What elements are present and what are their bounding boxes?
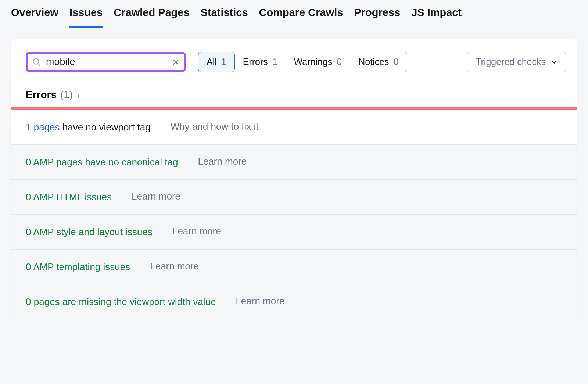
- filter-warnings-count: 0: [337, 57, 342, 67]
- tab-js-impact[interactable]: JS Impact: [411, 7, 462, 28]
- issue-row-amp-html: 0 AMP HTML issues Learn more: [11, 179, 577, 214]
- filter-errors-count: 1: [272, 57, 277, 67]
- issues-panel: All 1 Errors 1 Warnings 0 Notices 0 Trig…: [11, 39, 577, 319]
- errors-title: Errors: [26, 89, 57, 101]
- issue-row-viewport-width: 0 pages are missing the viewport width v…: [11, 284, 577, 319]
- issue-text: 0 AMP templating issues: [26, 261, 130, 273]
- toolbar: All 1 Errors 1 Warnings 0 Notices 0 Trig…: [11, 39, 577, 81]
- tab-statistics[interactable]: Statistics: [201, 7, 248, 28]
- clear-icon[interactable]: [170, 57, 181, 68]
- filter-notices[interactable]: Notices 0: [350, 52, 407, 72]
- errors-section-header: Errors (1) i: [11, 81, 577, 107]
- learn-more-link[interactable]: Learn more: [172, 226, 221, 238]
- issue-row-viewport: 1 pages have no viewport tag Why and how…: [11, 110, 577, 144]
- issue-text: 0 pages are missing the viewport width v…: [26, 296, 216, 308]
- filter-all[interactable]: All 1: [198, 52, 235, 72]
- filter-group: All 1 Errors 1 Warnings 0 Notices 0: [198, 52, 407, 72]
- learn-more-link[interactable]: Learn more: [150, 261, 199, 273]
- learn-more-link[interactable]: Learn more: [132, 191, 180, 203]
- issue-row-amp-templating: 0 AMP templating issues Learn more: [11, 249, 577, 284]
- issue-text: 0 AMP pages have no canonical tag: [26, 157, 178, 168]
- filter-warnings-label: Warnings: [294, 57, 333, 67]
- filter-notices-count: 0: [394, 57, 399, 67]
- learn-more-link[interactable]: Learn more: [236, 295, 284, 308]
- chevron-down-icon: [551, 59, 557, 65]
- triggered-label: Triggered checks: [476, 57, 546, 67]
- info-icon[interactable]: i: [77, 90, 80, 100]
- issue-text: 0 AMP HTML issues: [26, 191, 112, 203]
- filter-errors[interactable]: Errors 1: [235, 52, 286, 72]
- filter-notices-label: Notices: [358, 57, 389, 67]
- tab-progress[interactable]: Progress: [354, 7, 400, 28]
- issue-text: 0 AMP style and layout issues: [26, 226, 153, 238]
- filter-errors-label: Errors: [243, 57, 268, 67]
- errors-count: (1): [60, 89, 73, 101]
- tab-crawled-pages[interactable]: Crawled Pages: [114, 7, 189, 28]
- tab-issues[interactable]: Issues: [69, 7, 103, 28]
- filter-all-label: All: [207, 57, 217, 67]
- pages-link[interactable]: 1 pages: [26, 122, 60, 133]
- tab-compare-crawls[interactable]: Compare Crawls: [259, 7, 343, 28]
- tab-overview[interactable]: Overview: [11, 7, 58, 28]
- search-icon: [32, 57, 42, 67]
- issue-row-amp-style: 0 AMP style and layout issues Learn more: [11, 214, 577, 249]
- triggered-checks-dropdown[interactable]: Triggered checks: [467, 52, 566, 72]
- issue-row-amp-canonical: 0 AMP pages have no canonical tag Learn …: [11, 144, 577, 179]
- filter-all-count: 1: [221, 57, 226, 67]
- filter-warnings[interactable]: Warnings 0: [286, 52, 351, 72]
- nav-tabs: Overview Issues Crawled Pages Statistics…: [0, 0, 588, 28]
- fix-link[interactable]: Why and how to fix it: [171, 121, 259, 133]
- search-box[interactable]: [26, 52, 186, 72]
- issue-text: 1 pages have no viewport tag: [26, 122, 151, 133]
- search-input[interactable]: [46, 56, 170, 68]
- learn-more-link[interactable]: Learn more: [198, 156, 247, 168]
